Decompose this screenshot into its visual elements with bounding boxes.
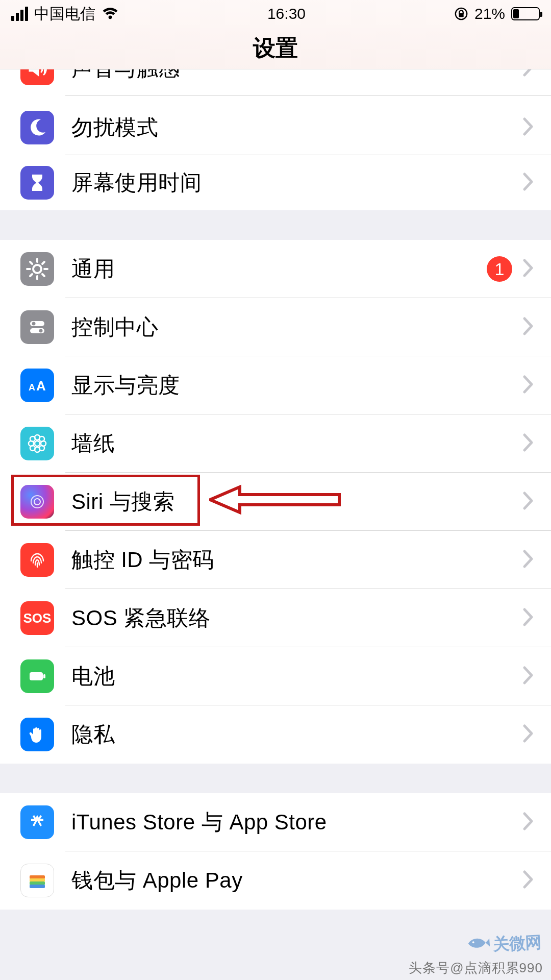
svg-point-14 <box>39 329 43 333</box>
row-wallpaper[interactable]: 墙纸 <box>0 414 551 473</box>
sos-icon: SOS <box>20 601 54 635</box>
row-sounds-label: 声音与触感 <box>71 69 522 83</box>
toggles-icon <box>20 310 54 344</box>
chevron-right-icon <box>522 258 535 280</box>
chevron-right-icon <box>522 666 535 687</box>
fingerprint-icon <box>20 543 54 577</box>
row-control-center-label: 控制中心 <box>71 313 522 341</box>
svg-point-23 <box>39 436 44 442</box>
battery-pct: 21% <box>474 5 505 22</box>
chevron-right-icon <box>522 812 535 833</box>
row-dnd-label: 勿扰模式 <box>71 113 522 142</box>
moon-icon <box>20 111 54 144</box>
svg-point-24 <box>30 446 35 451</box>
sounds-icon <box>20 69 54 85</box>
svg-point-26 <box>31 496 43 508</box>
svg-text:A: A <box>29 382 35 393</box>
row-wallet[interactable]: 钱包与 Apple Pay <box>0 851 551 910</box>
fish-icon <box>467 935 490 955</box>
row-control-center[interactable]: 控制中心 <box>0 298 551 356</box>
row-general[interactable]: 通用 1 <box>0 240 551 298</box>
chevron-right-icon <box>522 172 535 193</box>
svg-rect-30 <box>30 875 45 879</box>
chevron-right-icon <box>522 316 535 338</box>
appstore-icon <box>20 805 54 839</box>
row-general-label: 通用 <box>71 255 487 283</box>
row-touchid[interactable]: 触控 ID 与密码 <box>0 531 551 589</box>
svg-point-27 <box>34 499 40 505</box>
row-display-label: 显示与亮度 <box>71 371 522 400</box>
row-screentime-label: 屏幕使用时间 <box>71 168 522 197</box>
svg-point-12 <box>32 322 36 326</box>
gear-icon <box>20 252 54 286</box>
hand-icon <box>20 718 54 751</box>
hourglass-icon <box>20 166 54 200</box>
row-siri[interactable]: Siri 与搜索 <box>0 473 551 531</box>
row-wallet-label: 钱包与 Apple Pay <box>71 866 522 895</box>
chevron-right-icon <box>522 69 535 79</box>
battery-setting-icon <box>20 659 54 693</box>
status-left: 中国电信 <box>11 4 119 24</box>
settings-list[interactable]: 声音与触感 勿扰模式 <box>0 69 551 910</box>
page-title: 设置 <box>0 28 551 69</box>
svg-line-7 <box>30 262 32 264</box>
row-privacy[interactable]: 隐私 <box>0 705 551 764</box>
chevron-right-icon <box>522 607 535 629</box>
chevron-right-icon <box>522 491 535 512</box>
siri-icon <box>20 485 54 519</box>
svg-point-22 <box>30 436 35 442</box>
svg-point-25 <box>39 446 44 451</box>
row-touchid-label: 触控 ID 与密码 <box>71 546 522 574</box>
rotation-lock-icon <box>454 7 468 21</box>
svg-line-9 <box>30 274 32 276</box>
svg-point-17 <box>35 441 40 446</box>
svg-line-10 <box>42 262 44 264</box>
watermark-credit: 头条号@点滴积累990 <box>409 959 543 977</box>
chevron-right-icon <box>522 433 535 454</box>
row-store-label: iTunes Store 与 App Store <box>71 808 522 837</box>
group-3: iTunes Store 与 App Store 钱包与 Apple Pay <box>0 793 551 910</box>
watermark-text-1: 关微网 <box>492 933 542 953</box>
wifi-icon <box>102 5 119 22</box>
row-wallpaper-label: 墙纸 <box>71 429 522 458</box>
chevron-right-icon <box>522 549 535 571</box>
status-time: 16:30 <box>267 5 306 22</box>
row-screentime[interactable]: 屏幕使用时间 <box>0 155 551 210</box>
svg-rect-28 <box>30 672 43 680</box>
svg-rect-29 <box>43 674 45 678</box>
signal-icon <box>11 7 28 21</box>
text-size-icon: AA <box>20 369 54 402</box>
svg-rect-31 <box>30 878 45 882</box>
row-siri-label: Siri 与搜索 <box>71 487 522 516</box>
group-2: 通用 1 控制中心 AA <box>0 240 551 764</box>
battery-icon <box>511 7 540 20</box>
row-battery[interactable]: 电池 <box>0 647 551 705</box>
row-battery-label: 电池 <box>71 662 522 691</box>
chevron-right-icon <box>522 375 535 396</box>
row-privacy-label: 隐私 <box>71 720 522 749</box>
chevron-right-icon <box>522 117 535 138</box>
svg-point-2 <box>33 265 41 273</box>
row-sos[interactable]: SOS SOS 紧急联络 <box>0 589 551 647</box>
flower-icon <box>20 427 54 460</box>
svg-rect-1 <box>459 13 463 17</box>
chevron-right-icon <box>522 724 535 745</box>
carrier-label: 中国电信 <box>34 4 95 24</box>
row-sounds[interactable]: 声音与触感 <box>0 69 551 96</box>
svg-rect-32 <box>30 881 45 885</box>
page-title-text: 设置 <box>253 33 298 63</box>
watermark-logo: 关微网 <box>467 931 542 958</box>
row-store[interactable]: iTunes Store 与 App Store <box>0 793 551 851</box>
badge-count: 1 <box>487 256 512 282</box>
row-dnd[interactable]: 勿扰模式 <box>0 100 551 155</box>
chevron-right-icon <box>522 870 535 891</box>
wallet-icon <box>20 864 54 897</box>
row-sos-label: SOS 紧急联络 <box>71 604 522 632</box>
status-right: 21% <box>454 5 540 22</box>
svg-line-8 <box>42 274 44 276</box>
svg-text:A: A <box>36 378 46 394</box>
status-bar: 中国电信 16:30 21% <box>0 0 551 28</box>
group-1: 声音与触感 勿扰模式 <box>0 69 551 210</box>
svg-rect-33 <box>30 885 45 888</box>
row-display[interactable]: AA 显示与亮度 <box>0 356 551 414</box>
